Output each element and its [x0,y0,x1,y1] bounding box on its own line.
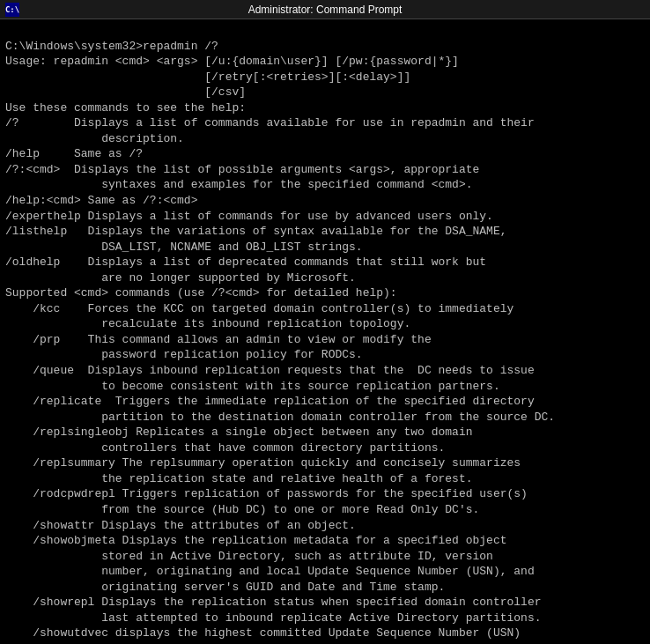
terminal-line: /experthelp Displays a list of commands … [5,209,645,225]
terminal-line: password replication policy for RODCs. [5,347,645,363]
terminal-line: /queue Displays inbound replication requ… [5,363,645,379]
terminal-line: /? Displays a list of commands available… [5,115,645,131]
terminal-line: Supported <cmd> commands (use /?<cmd> fo… [5,285,645,301]
terminal-body[interactable]: C:\Windows\system32>repadmin /?Usage: re… [0,19,650,644]
terminal-line: partition to the destination domain cont… [5,410,645,426]
terminal-line: /?:<cmd> Displays the list of possible a… [5,162,645,178]
terminal-line: last attempted to inbound replicate Acti… [5,611,645,626]
terminal-line: originating server's GUID and Date and T… [5,580,645,596]
terminal-line: /replicate Triggers the immediate replic… [5,394,645,410]
terminal-line: /kcc Forces the KCC on targeted domain c… [5,301,645,317]
title-bar-label: Administrator: Command Prompt [248,4,403,16]
terminal-line: /replsummary The replsummary operation q… [5,455,645,471]
title-bar: C:\ Administrator: Command Prompt [0,0,650,19]
terminal-line: /showutdvec displays the highest committ… [5,625,645,641]
terminal-line: DSA_LIST, NCNAME and OBJ_LIST strings. [5,240,645,255]
terminal-line: /rodcpwdrepl Triggers replication of pas… [5,486,645,502]
terminal-line: /showobjmeta Displays the replication me… [5,533,645,549]
terminal-line: /replsingleobj Replicates a single objec… [5,425,645,440]
terminal-line: /showattr Displays the attributes of an … [5,518,645,534]
terminal-line: /oldhelp Displays a list of deprecated c… [5,255,645,270]
terminal-line: number, originating and local Update Seq… [5,564,645,580]
terminal-line: controllers that have common directory p… [5,440,645,456]
terminal-line: stored in Active Directory, such as attr… [5,549,645,565]
terminal-line: from the source (Hub DC) to one or more … [5,502,645,518]
terminal-line: the replication state and relative healt… [5,471,645,487]
terminal-line: /showrepl Displays the replication statu… [5,595,645,611]
terminal-line: recalculate its inbound replication topo… [5,316,645,332]
terminal-line: [/csv] [5,85,645,100]
terminal-line: to become consistent with its source rep… [5,379,645,395]
title-bar-icon: C:\ [5,3,19,17]
terminal-line: Use these commands to see the help: [5,100,645,116]
terminal-line: /prp This command allows an admin to vie… [5,332,645,348]
terminal-line: syntaxes and examples for the specified … [5,177,645,193]
terminal-line: are no longer supported by Microsoft. [5,270,645,286]
terminal-line: /help Same as /? [5,146,645,162]
terminal-line: Usage: repadmin <cmd> <args> [/u:{domain… [5,54,645,70]
terminal-line: C:\Windows\system32>repadmin /? [5,39,645,55]
terminal-line: [/retry[:<retries>][:<delay>]] [5,70,645,85]
terminal-line: /help:<cmd> Same as /?:<cmd> [5,193,645,209]
terminal-line: description. [5,131,645,147]
terminal-line: /listhelp Displays the variations of syn… [5,224,645,240]
